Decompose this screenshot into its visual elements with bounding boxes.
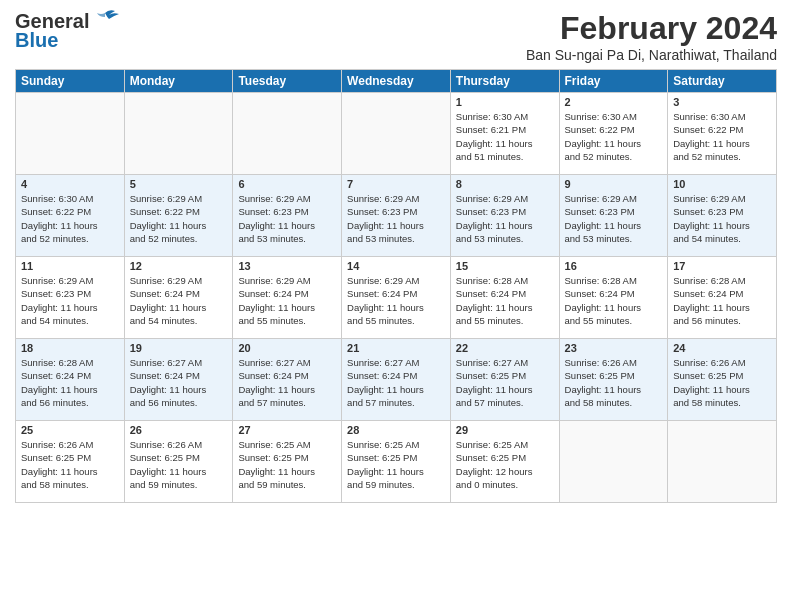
day-info: Sunrise: 6:29 AM Sunset: 6:24 PM Dayligh… <box>238 274 336 327</box>
day-info: Sunrise: 6:28 AM Sunset: 6:24 PM Dayligh… <box>673 274 771 327</box>
day-number: 10 <box>673 178 771 190</box>
day-info: Sunrise: 6:26 AM Sunset: 6:25 PM Dayligh… <box>673 356 771 409</box>
calendar-cell: 14Sunrise: 6:29 AM Sunset: 6:24 PM Dayli… <box>342 257 451 339</box>
location-subtitle: Ban Su-ngai Pa Di, Narathiwat, Thailand <box>526 47 777 63</box>
day-info: Sunrise: 6:27 AM Sunset: 6:25 PM Dayligh… <box>456 356 554 409</box>
calendar-cell: 22Sunrise: 6:27 AM Sunset: 6:25 PM Dayli… <box>450 339 559 421</box>
day-number: 1 <box>456 96 554 108</box>
calendar-cell <box>124 93 233 175</box>
calendar-cell: 28Sunrise: 6:25 AM Sunset: 6:25 PM Dayli… <box>342 421 451 503</box>
day-info: Sunrise: 6:29 AM Sunset: 6:22 PM Dayligh… <box>130 192 228 245</box>
day-info: Sunrise: 6:26 AM Sunset: 6:25 PM Dayligh… <box>130 438 228 491</box>
day-info: Sunrise: 6:25 AM Sunset: 6:25 PM Dayligh… <box>238 438 336 491</box>
calendar-cell: 26Sunrise: 6:26 AM Sunset: 6:25 PM Dayli… <box>124 421 233 503</box>
calendar-page: General Blue February 2024 Ban Su-ngai P… <box>0 0 792 612</box>
day-number: 17 <box>673 260 771 272</box>
day-info: Sunrise: 6:28 AM Sunset: 6:24 PM Dayligh… <box>565 274 663 327</box>
col-tuesday: Tuesday <box>233 70 342 93</box>
calendar-cell: 13Sunrise: 6:29 AM Sunset: 6:24 PM Dayli… <box>233 257 342 339</box>
col-thursday: Thursday <box>450 70 559 93</box>
day-info: Sunrise: 6:30 AM Sunset: 6:22 PM Dayligh… <box>21 192 119 245</box>
day-number: 2 <box>565 96 663 108</box>
calendar-cell: 3Sunrise: 6:30 AM Sunset: 6:22 PM Daylig… <box>668 93 777 175</box>
day-number: 11 <box>21 260 119 272</box>
calendar-cell: 8Sunrise: 6:29 AM Sunset: 6:23 PM Daylig… <box>450 175 559 257</box>
day-number: 8 <box>456 178 554 190</box>
day-info: Sunrise: 6:28 AM Sunset: 6:24 PM Dayligh… <box>21 356 119 409</box>
calendar-cell: 24Sunrise: 6:26 AM Sunset: 6:25 PM Dayli… <box>668 339 777 421</box>
day-number: 9 <box>565 178 663 190</box>
calendar-cell: 4Sunrise: 6:30 AM Sunset: 6:22 PM Daylig… <box>16 175 125 257</box>
calendar-cell: 25Sunrise: 6:26 AM Sunset: 6:25 PM Dayli… <box>16 421 125 503</box>
day-info: Sunrise: 6:27 AM Sunset: 6:24 PM Dayligh… <box>347 356 445 409</box>
calendar-cell: 9Sunrise: 6:29 AM Sunset: 6:23 PM Daylig… <box>559 175 668 257</box>
day-number: 6 <box>238 178 336 190</box>
day-info: Sunrise: 6:27 AM Sunset: 6:24 PM Dayligh… <box>130 356 228 409</box>
day-number: 25 <box>21 424 119 436</box>
day-number: 18 <box>21 342 119 354</box>
calendar-cell <box>16 93 125 175</box>
day-info: Sunrise: 6:29 AM Sunset: 6:23 PM Dayligh… <box>347 192 445 245</box>
day-number: 4 <box>21 178 119 190</box>
calendar-cell: 29Sunrise: 6:25 AM Sunset: 6:25 PM Dayli… <box>450 421 559 503</box>
day-info: Sunrise: 6:30 AM Sunset: 6:21 PM Dayligh… <box>456 110 554 163</box>
calendar-cell <box>559 421 668 503</box>
day-info: Sunrise: 6:29 AM Sunset: 6:23 PM Dayligh… <box>238 192 336 245</box>
day-info: Sunrise: 6:29 AM Sunset: 6:24 PM Dayligh… <box>130 274 228 327</box>
day-info: Sunrise: 6:27 AM Sunset: 6:24 PM Dayligh… <box>238 356 336 409</box>
day-number: 7 <box>347 178 445 190</box>
day-number: 16 <box>565 260 663 272</box>
day-info: Sunrise: 6:29 AM Sunset: 6:23 PM Dayligh… <box>21 274 119 327</box>
calendar-week-row: 4Sunrise: 6:30 AM Sunset: 6:22 PM Daylig… <box>16 175 777 257</box>
calendar-cell: 20Sunrise: 6:27 AM Sunset: 6:24 PM Dayli… <box>233 339 342 421</box>
day-info: Sunrise: 6:25 AM Sunset: 6:25 PM Dayligh… <box>347 438 445 491</box>
day-info: Sunrise: 6:25 AM Sunset: 6:25 PM Dayligh… <box>456 438 554 491</box>
calendar-cell: 11Sunrise: 6:29 AM Sunset: 6:23 PM Dayli… <box>16 257 125 339</box>
day-info: Sunrise: 6:30 AM Sunset: 6:22 PM Dayligh… <box>673 110 771 163</box>
day-number: 3 <box>673 96 771 108</box>
calendar-cell: 19Sunrise: 6:27 AM Sunset: 6:24 PM Dayli… <box>124 339 233 421</box>
day-number: 14 <box>347 260 445 272</box>
day-number: 29 <box>456 424 554 436</box>
calendar-week-row: 18Sunrise: 6:28 AM Sunset: 6:24 PM Dayli… <box>16 339 777 421</box>
day-info: Sunrise: 6:30 AM Sunset: 6:22 PM Dayligh… <box>565 110 663 163</box>
logo-bird-icon <box>91 9 119 31</box>
col-sunday: Sunday <box>16 70 125 93</box>
day-info: Sunrise: 6:29 AM Sunset: 6:24 PM Dayligh… <box>347 274 445 327</box>
day-info: Sunrise: 6:28 AM Sunset: 6:24 PM Dayligh… <box>456 274 554 327</box>
day-number: 19 <box>130 342 228 354</box>
day-number: 26 <box>130 424 228 436</box>
day-info: Sunrise: 6:29 AM Sunset: 6:23 PM Dayligh… <box>673 192 771 245</box>
calendar-cell <box>342 93 451 175</box>
day-number: 12 <box>130 260 228 272</box>
col-wednesday: Wednesday <box>342 70 451 93</box>
day-number: 24 <box>673 342 771 354</box>
calendar-week-row: 25Sunrise: 6:26 AM Sunset: 6:25 PM Dayli… <box>16 421 777 503</box>
calendar-cell: 16Sunrise: 6:28 AM Sunset: 6:24 PM Dayli… <box>559 257 668 339</box>
day-number: 13 <box>238 260 336 272</box>
day-number: 28 <box>347 424 445 436</box>
day-info: Sunrise: 6:29 AM Sunset: 6:23 PM Dayligh… <box>565 192 663 245</box>
calendar-cell: 17Sunrise: 6:28 AM Sunset: 6:24 PM Dayli… <box>668 257 777 339</box>
day-info: Sunrise: 6:29 AM Sunset: 6:23 PM Dayligh… <box>456 192 554 245</box>
calendar-table: Sunday Monday Tuesday Wednesday Thursday… <box>15 69 777 503</box>
calendar-cell: 2Sunrise: 6:30 AM Sunset: 6:22 PM Daylig… <box>559 93 668 175</box>
calendar-week-row: 1Sunrise: 6:30 AM Sunset: 6:21 PM Daylig… <box>16 93 777 175</box>
calendar-cell <box>668 421 777 503</box>
calendar-cell: 15Sunrise: 6:28 AM Sunset: 6:24 PM Dayli… <box>450 257 559 339</box>
calendar-week-row: 11Sunrise: 6:29 AM Sunset: 6:23 PM Dayli… <box>16 257 777 339</box>
calendar-cell: 7Sunrise: 6:29 AM Sunset: 6:23 PM Daylig… <box>342 175 451 257</box>
col-monday: Monday <box>124 70 233 93</box>
calendar-cell: 23Sunrise: 6:26 AM Sunset: 6:25 PM Dayli… <box>559 339 668 421</box>
day-info: Sunrise: 6:26 AM Sunset: 6:25 PM Dayligh… <box>21 438 119 491</box>
title-block: February 2024 Ban Su-ngai Pa Di, Narathi… <box>526 10 777 63</box>
day-info: Sunrise: 6:26 AM Sunset: 6:25 PM Dayligh… <box>565 356 663 409</box>
month-title: February 2024 <box>526 10 777 47</box>
calendar-cell: 27Sunrise: 6:25 AM Sunset: 6:25 PM Dayli… <box>233 421 342 503</box>
day-number: 5 <box>130 178 228 190</box>
calendar-cell: 5Sunrise: 6:29 AM Sunset: 6:22 PM Daylig… <box>124 175 233 257</box>
calendar-cell <box>233 93 342 175</box>
calendar-cell: 21Sunrise: 6:27 AM Sunset: 6:24 PM Dayli… <box>342 339 451 421</box>
calendar-cell: 10Sunrise: 6:29 AM Sunset: 6:23 PM Dayli… <box>668 175 777 257</box>
col-saturday: Saturday <box>668 70 777 93</box>
